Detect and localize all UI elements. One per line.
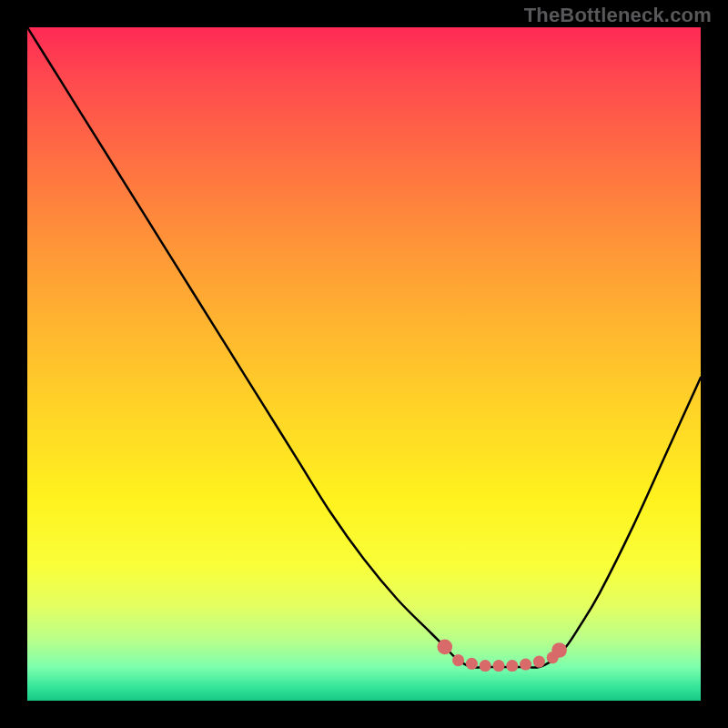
optimum-marker [466,658,478,670]
value-curve [27,27,701,668]
curve-layer [27,27,701,701]
watermark-text: TheBottleneck.com [524,4,712,27]
optimum-marker [520,658,531,670]
optimum-marker [551,642,567,658]
optimum-marker [452,654,464,666]
chart-container: TheBottleneck.com [0,0,728,728]
optimum-markers [437,639,566,672]
optimum-marker [480,660,491,672]
optimum-marker [437,639,452,654]
optimum-marker [506,660,518,672]
optimum-marker [492,660,504,672]
optimum-marker [533,656,545,668]
